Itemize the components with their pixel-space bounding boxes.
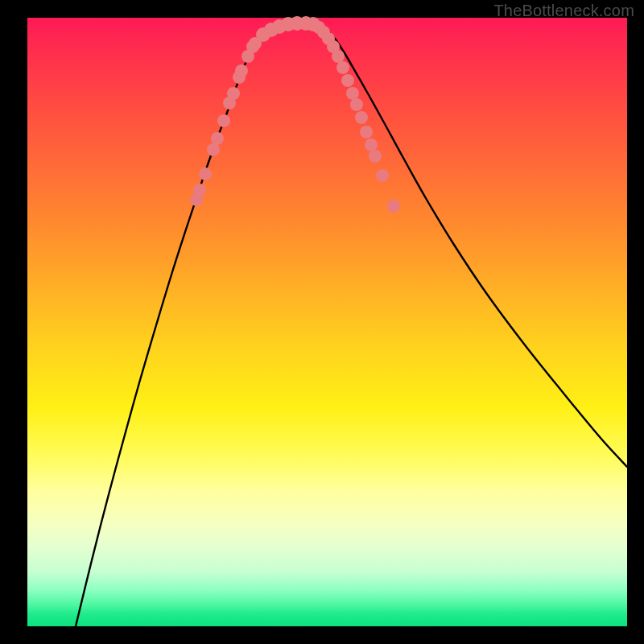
data-dot [227,87,240,100]
data-dot [193,184,206,196]
data-dot [341,74,354,87]
chart-frame: TheBottleneck.com [0,0,644,644]
data-dot [355,111,368,124]
data-dot [360,126,373,138]
data-dot [211,132,224,145]
bottleneck-curve [76,23,627,626]
data-dot [365,138,378,151]
data-dot [332,50,345,63]
data-dot [346,87,359,100]
data-dot [235,64,248,77]
data-dot [207,143,220,156]
data-dot [376,169,389,182]
chart-svg [27,18,627,626]
data-dot [387,200,400,213]
data-dots [190,16,400,213]
data-dot [350,98,363,111]
data-dot [369,150,382,163]
data-dot [336,61,349,74]
data-dot [217,114,230,127]
data-dot [199,167,212,180]
plot-area [27,18,627,626]
